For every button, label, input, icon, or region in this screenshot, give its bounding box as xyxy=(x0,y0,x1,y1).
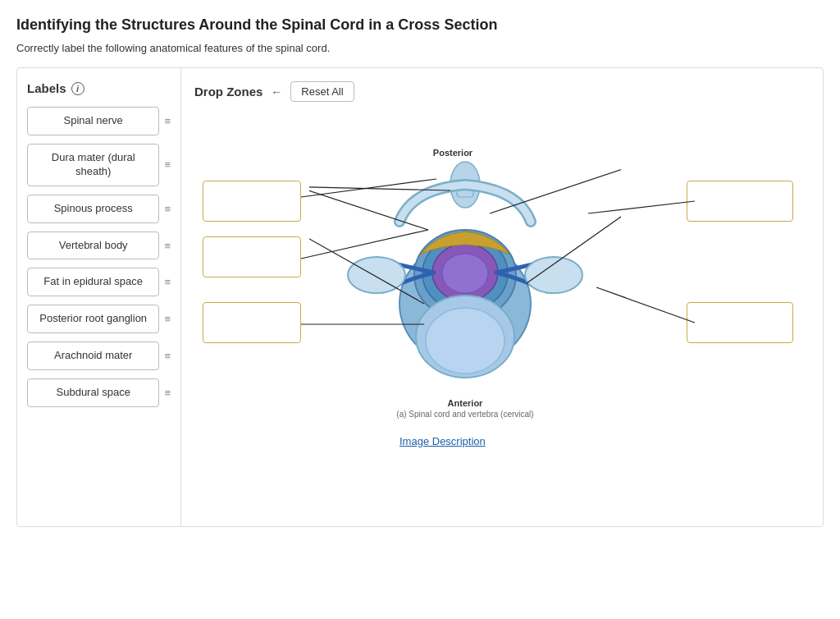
drop-zone-lower-right[interactable] xyxy=(687,302,793,343)
label-item: Spinous process≡ xyxy=(27,195,171,223)
drop-zone-middle-left[interactable] xyxy=(203,236,301,277)
label-item: Posterior root ganglion≡ xyxy=(27,305,171,333)
label-item: Subdural space≡ xyxy=(27,378,171,407)
svg-line-17 xyxy=(490,164,621,213)
arrow-left-icon: ← xyxy=(271,85,282,99)
drop-zone-upper-right[interactable] xyxy=(687,181,793,222)
label-btn-subdural-space[interactable]: Subdural space xyxy=(27,378,159,407)
label-btn-dura-mater[interactable]: Dura mater (dural sheath) xyxy=(27,144,159,186)
label-btn-arachnoid-mater[interactable]: Arachnoid mater xyxy=(27,342,159,370)
label-btn-spinous-process[interactable]: Spinous process xyxy=(27,195,159,223)
main-container: Labels i Spinal nerve≡Dura mater (dural … xyxy=(16,67,824,527)
list-icon[interactable]: ≡ xyxy=(164,276,171,288)
label-btn-posterior-root-ganglion[interactable]: Posterior root ganglion xyxy=(27,305,159,333)
list-icon[interactable]: ≡ xyxy=(164,313,171,325)
page-subtitle: Correctly label the following anatomical… xyxy=(16,42,824,54)
labels-panel: Labels i Spinal nerve≡Dura mater (dural … xyxy=(17,68,181,526)
label-item: Fat in epidural space≡ xyxy=(27,268,171,296)
svg-point-11 xyxy=(426,308,504,374)
reset-all-button[interactable]: Reset All xyxy=(290,81,354,102)
svg-point-9 xyxy=(525,257,582,293)
dropzones-title: Drop Zones xyxy=(194,85,262,99)
list-icon[interactable]: ≡ xyxy=(164,158,171,171)
list-icon[interactable]: ≡ xyxy=(164,387,171,399)
list-icon[interactable]: ≡ xyxy=(164,115,171,127)
list-icon[interactable]: ≡ xyxy=(164,240,171,252)
svg-text:(a) Spinal cord and vertebra (: (a) Spinal cord and vertebra (cervical) xyxy=(396,410,533,419)
svg-point-7 xyxy=(442,254,488,293)
svg-text:Anterior: Anterior xyxy=(448,398,484,408)
image-description-link[interactable]: Image Description xyxy=(399,435,486,447)
svg-line-15 xyxy=(309,158,428,230)
label-item: Arachnoid mater≡ xyxy=(27,342,171,370)
drop-zone-upper-left[interactable] xyxy=(203,181,301,222)
label-btn-fat-epidural[interactable]: Fat in epidural space xyxy=(27,268,159,296)
page-title: Identifying the Structures Around the Sp… xyxy=(16,16,824,34)
list-icon[interactable]: ≡ xyxy=(164,350,171,362)
dropzones-header: Drop Zones ← Reset All xyxy=(194,81,810,102)
label-item: Spinal nerve≡ xyxy=(27,107,171,135)
list-icon[interactable]: ≡ xyxy=(164,203,171,215)
labels-list: Spinal nerve≡Dura mater (dural sheath)≡S… xyxy=(27,107,171,407)
drop-zone-lower-left[interactable] xyxy=(203,302,301,343)
dropzones-panel: Drop Zones ← Reset All Posterior xyxy=(181,68,823,526)
labels-title: Labels xyxy=(27,81,66,95)
label-item: Dura mater (dural sheath)≡ xyxy=(27,144,171,186)
spinal-cord-diagram: Posterior xyxy=(309,140,621,435)
page-container: Identifying the Structures Around the Sp… xyxy=(0,0,840,543)
svg-text:Posterior: Posterior xyxy=(433,148,473,158)
label-btn-vertebral-body[interactable]: Vertebral body xyxy=(27,232,159,260)
labels-header: Labels i xyxy=(27,81,171,95)
label-btn-spinal-nerve[interactable]: Spinal nerve xyxy=(27,107,159,135)
label-item: Vertebral body≡ xyxy=(27,232,171,260)
info-icon[interactable]: i xyxy=(71,82,84,95)
diagram-area: Posterior xyxy=(194,115,810,509)
